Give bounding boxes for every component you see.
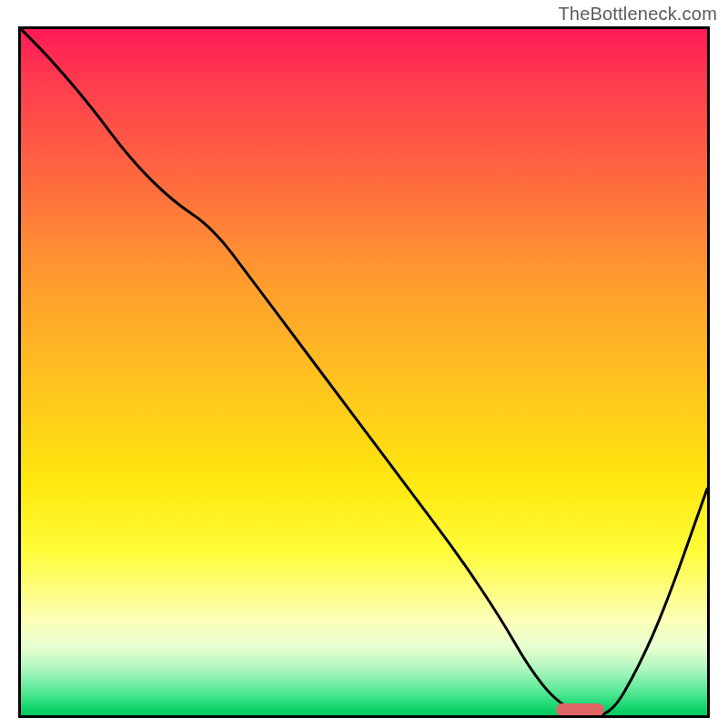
watermark-text: TheBottleneck.com — [558, 4, 717, 25]
chart-container: TheBottleneck.com — [0, 0, 728, 728]
plot-area — [18, 26, 710, 718]
curve-layer — [21, 29, 707, 715]
bottleneck-curve — [21, 29, 707, 715]
optimal-range-marker — [556, 703, 604, 716]
